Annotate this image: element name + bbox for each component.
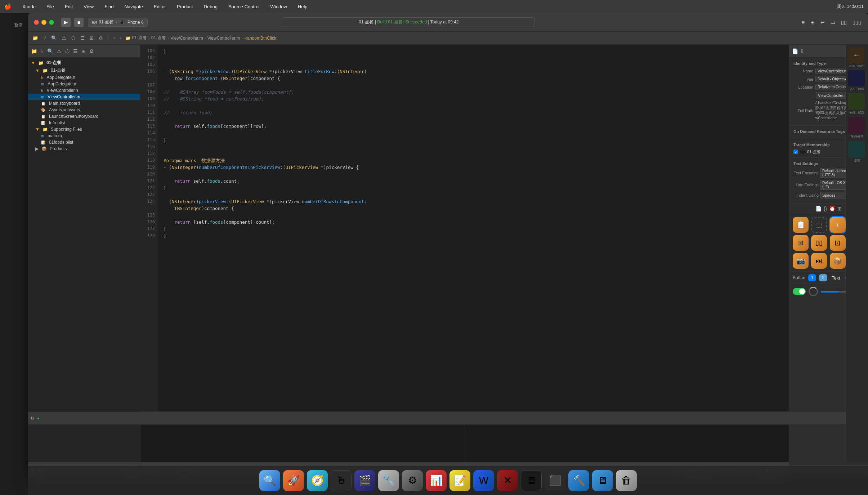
sidebar-folder-icon[interactable]: 📁 bbox=[31, 48, 37, 54]
dock-tools[interactable]: 🔧 bbox=[378, 470, 399, 491]
bottom-editor-left[interactable] bbox=[140, 425, 465, 462]
menu-navigate[interactable]: Navigate bbox=[122, 3, 145, 10]
bottom-editor-right[interactable] bbox=[465, 425, 789, 462]
right-sidebar-item-2[interactable]: ZJL...etail bbox=[848, 70, 866, 91]
run-button[interactable]: ▶ bbox=[61, 18, 71, 27]
icon-cell-11[interactable]: 📦 bbox=[830, 253, 846, 269]
sidebar-branch-icon[interactable]: ⑂ bbox=[41, 48, 44, 54]
sidebar-item-products[interactable]: ▶ 📦 Products bbox=[28, 146, 140, 152]
dock-settings[interactable]: ⚙ bbox=[402, 470, 423, 491]
sidebar-warning-icon[interactable]: ⚠ bbox=[57, 48, 62, 54]
right-sidebar-item-4[interactable]: 车丹分享 bbox=[848, 117, 866, 139]
settings-icon[interactable]: ⚙ bbox=[97, 35, 104, 41]
scheme-selector[interactable]: 🍽 01-点餐 › 📱 iPhone 6 bbox=[88, 18, 148, 27]
sidebar-item-root[interactable]: ▼ 📁 01-点餐 bbox=[28, 59, 140, 67]
breadcrumb-class[interactable]: ViewController.m bbox=[207, 36, 240, 41]
sidebar-item-supporting[interactable]: ▼ 📁 Supporting Files bbox=[28, 126, 140, 133]
menu-debug[interactable]: Debug bbox=[202, 3, 220, 10]
icon-cell-5[interactable]: ⊞ bbox=[793, 235, 809, 251]
icon-cell-6[interactable]: ▯▯ bbox=[811, 235, 827, 251]
icon-cell-9[interactable]: 📷 bbox=[793, 253, 809, 269]
icon-toolbar-grid[interactable]: ⊞ bbox=[837, 206, 842, 211]
button-2[interactable]: 2 bbox=[819, 274, 827, 281]
icon-cell-7[interactable]: ⊡ bbox=[830, 235, 846, 251]
view-toggle-list[interactable]: ≡ bbox=[801, 18, 806, 26]
close-button[interactable] bbox=[34, 20, 39, 25]
sidebar-item-assets[interactable]: 🎨 Assets.xcassets bbox=[28, 107, 140, 113]
menu-help[interactable]: Help bbox=[296, 3, 310, 10]
text-label-button[interactable]: Text bbox=[830, 275, 842, 281]
sidebar-search-icon[interactable]: 🔍 bbox=[47, 48, 53, 54]
menu-window[interactable]: Window bbox=[268, 3, 289, 10]
dock-word[interactable]: W bbox=[473, 470, 494, 491]
button-1[interactable]: 1 bbox=[808, 274, 816, 281]
code-content[interactable]: } - (NSString *)pickerView:(UIPickerView… bbox=[158, 45, 789, 411]
sidebar-item-launchscreen[interactable]: 📋 LaunchScreen.storyboard bbox=[28, 113, 140, 120]
dock-cross[interactable]: ✕ bbox=[497, 470, 518, 491]
sidebar-item-main-storyboard[interactable]: 📋 Main.storyboard bbox=[28, 100, 140, 107]
maximize-button[interactable] bbox=[49, 20, 54, 25]
breadcrumb-root[interactable]: 01-点餐 bbox=[132, 35, 147, 41]
inspector-info-icon[interactable]: ℹ bbox=[801, 48, 803, 54]
sidebar-item-main-m[interactable]: m main.m bbox=[28, 133, 140, 139]
icon-toolbar-timer[interactable]: ⏰ bbox=[829, 206, 835, 211]
dock-quicktime[interactable]: 🎬 bbox=[354, 470, 375, 491]
sidebar-list-icon[interactable]: ☰ bbox=[73, 48, 78, 54]
warning-icon[interactable]: ⚠ bbox=[61, 35, 68, 41]
menu-find[interactable]: Find bbox=[102, 3, 116, 10]
sidebar-item-appdelegate-h[interactable]: h AppDelegate.h bbox=[28, 74, 140, 81]
menu-product[interactable]: Product bbox=[175, 3, 195, 10]
toggle-switch[interactable] bbox=[793, 288, 806, 295]
dock-ppt[interactable]: 📊 bbox=[426, 470, 447, 491]
menu-edit[interactable]: Edit bbox=[63, 3, 75, 10]
sidebar-item-viewcontroller-h[interactable]: h ViewController.h bbox=[28, 87, 140, 94]
sidebar-item-infoplist[interactable]: 📝 Info.plist bbox=[28, 120, 140, 126]
layout-single[interactable]: ▭ bbox=[829, 18, 836, 26]
hierarchy-icon[interactable]: ⊞ bbox=[88, 35, 95, 41]
folder-icon[interactable]: 📁 bbox=[31, 35, 40, 41]
icon-cell-1[interactable]: 📋 bbox=[793, 217, 809, 233]
dock-terminal[interactable]: 🖥 bbox=[521, 470, 542, 491]
sidebar-item-viewcontroller-m[interactable]: m ViewController.m bbox=[28, 94, 140, 100]
filter-icon[interactable]: ⬡ bbox=[70, 35, 77, 41]
dock-xcode[interactable]: 🔨 bbox=[568, 470, 589, 491]
icon-cell-3[interactable]: ‹ bbox=[830, 217, 846, 233]
sidebar-settings-icon[interactable]: ⚙ bbox=[89, 48, 94, 54]
sidebar-hierarchy-icon[interactable]: ⊞ bbox=[81, 48, 86, 54]
minimize-button[interactable] bbox=[41, 20, 46, 25]
icon-cell-10[interactable]: ⏭ bbox=[811, 253, 827, 269]
sidebar-filter-icon[interactable]: ⬡ bbox=[65, 48, 70, 54]
target-checkbox[interactable]: ✓ bbox=[793, 150, 798, 154]
dock-safari[interactable]: 🧭 bbox=[307, 470, 328, 491]
icon-cell-2[interactable]: ⬚ bbox=[811, 217, 827, 233]
menu-file[interactable]: File bbox=[44, 3, 56, 10]
menu-xcode[interactable]: Xcode bbox=[20, 3, 38, 10]
breadcrumb-method[interactable]: -randomBtnClick: bbox=[244, 36, 277, 41]
view-toggle-grid[interactable]: ⊞ bbox=[809, 18, 816, 26]
menu-view[interactable]: View bbox=[81, 3, 96, 10]
branch-icon[interactable]: ⑂ bbox=[42, 35, 48, 41]
dock-notes[interactable]: 📝 bbox=[449, 470, 470, 491]
layout-triple[interactable]: ▯▯▯ bbox=[851, 18, 862, 26]
right-sidebar-item-5[interactable]: 桌面 bbox=[848, 141, 866, 163]
dock-finder[interactable]: 🔍 bbox=[259, 470, 280, 491]
breadcrumb-project[interactable]: 01-点餐 bbox=[151, 35, 166, 41]
dock-display[interactable]: 🖥 bbox=[592, 470, 613, 491]
menu-editor[interactable]: Editor bbox=[152, 3, 168, 10]
icon-toolbar-file[interactable]: 📄 bbox=[815, 206, 822, 211]
inspector-file-icon[interactable]: 📄 bbox=[792, 48, 798, 54]
dock-trash[interactable]: 🗑 bbox=[616, 470, 637, 491]
stop-button[interactable]: ■ bbox=[74, 18, 84, 27]
icon-toolbar-code[interactable]: {} bbox=[824, 206, 827, 211]
apple-icon[interactable]: 🍎 bbox=[4, 3, 12, 10]
search-icon[interactable]: 🔍 bbox=[50, 35, 58, 41]
sidebar-item-appdelegate-m[interactable]: m AppDelegate.m bbox=[28, 81, 140, 87]
sidebar-item-foods-plist[interactable]: 📝 01foods.plist bbox=[28, 139, 140, 146]
menu-source-control[interactable]: Source Control bbox=[226, 3, 262, 10]
dock-terminal2[interactable]: ⬛ bbox=[545, 470, 565, 491]
sidebar-item-project[interactable]: ▼ 📁 01-点餐 bbox=[28, 67, 140, 74]
breadcrumb-file[interactable]: ViewController.m bbox=[170, 36, 203, 41]
right-sidebar-item-1[interactable]: xlsx KSI...aster bbox=[848, 47, 866, 68]
forward-icon[interactable]: › bbox=[118, 35, 123, 41]
list-icon[interactable]: ☰ bbox=[79, 35, 86, 41]
